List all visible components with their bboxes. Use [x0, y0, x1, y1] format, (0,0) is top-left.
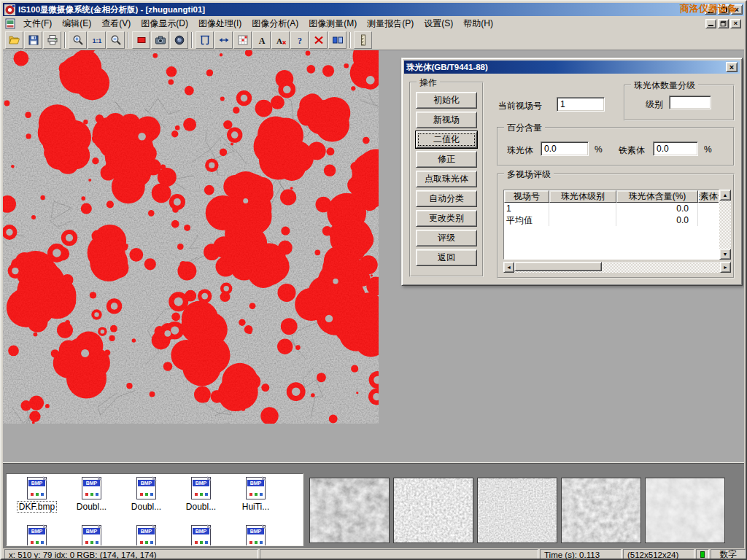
rating-table[interactable]: 视场号珠光体级别珠光体含量(%)铁素体含量(%) 10.0平均值0.0 — [503, 190, 719, 260]
measure-width-button[interactable] — [196, 31, 214, 49]
file-item-hidden-3[interactable]: BMP — [174, 522, 228, 546]
bmp-file-icon: BMP — [246, 477, 266, 499]
menu-item-7[interactable]: 测量报告(P) — [362, 16, 419, 31]
file-item-4[interactable]: BMPHuiTi... — [228, 474, 283, 512]
specimen-thumbnail-1[interactable] — [309, 478, 390, 543]
op-return-button[interactable]: 返回 — [416, 249, 477, 266]
table-header-3[interactable]: 铁素体含量(%) — [698, 190, 719, 203]
op-new-field-button[interactable]: 新视场 — [416, 112, 477, 128]
scroll-down-button[interactable]: ▼ — [719, 249, 731, 260]
menu-item-4[interactable]: 图像处理(I) — [193, 16, 247, 31]
grade-input[interactable] — [669, 96, 711, 109]
op-auto-classify-button[interactable]: 自动分类 — [416, 190, 477, 207]
delete-measure-button[interactable] — [309, 31, 328, 49]
menu-items: 文件(F)编辑(E)查看(V)图像显示(D)图像处理(I)图像分析(A)图像测量… — [18, 16, 498, 31]
menu-item-3[interactable]: 图像显示(D) — [136, 16, 193, 31]
menu-item-0[interactable]: 文件(F) — [18, 16, 57, 31]
file-dots — [85, 493, 88, 496]
file-item-hidden-2[interactable]: BMP — [119, 522, 174, 546]
file-item-0[interactable]: BMPDKF.bmp — [9, 474, 64, 512]
app-icon — [4, 4, 15, 15]
file-item-2[interactable]: BMPDoubl... — [119, 474, 174, 512]
scroll-left-button[interactable]: ◄ — [503, 262, 514, 273]
dialog-close-button[interactable]: × — [726, 62, 738, 72]
percent-group: 百分含量 珠光体 % 铁素体 % — [497, 127, 735, 166]
measure-distance-button[interactable] — [214, 31, 233, 49]
op-pick-pearlite-button[interactable]: 点取珠光体 — [416, 171, 477, 187]
menu-item-1[interactable]: 编辑(E) — [57, 16, 96, 31]
file-label: Doubl... — [130, 502, 163, 512]
pearlite-percent-input[interactable] — [541, 141, 589, 156]
op-correct-button[interactable]: 修正 — [416, 151, 477, 168]
child-minimize-button[interactable] — [705, 19, 716, 28]
document-icon[interactable] — [5, 18, 16, 29]
file-item-1[interactable]: BMPDoubl... — [64, 474, 119, 512]
current-field-input[interactable] — [557, 97, 605, 112]
op-rate-button[interactable]: 评级 — [416, 230, 477, 246]
dialog-close-icon: × — [729, 63, 734, 71]
restore-button[interactable] — [718, 4, 729, 15]
minimize-button[interactable] — [705, 4, 716, 15]
menu-item-2[interactable]: 查看(V) — [96, 16, 136, 31]
bmp-badge: BMP — [138, 480, 155, 486]
vertical-scroll-track[interactable] — [719, 201, 731, 249]
grid-measure-button[interactable] — [233, 31, 252, 49]
time-status: Time (s): 0.113 — [540, 549, 622, 560]
zoom-out-button[interactable] — [107, 31, 125, 49]
camera-capture-button[interactable] — [151, 31, 169, 49]
file-item-3[interactable]: BMPDoubl... — [174, 474, 228, 512]
child-restore-button[interactable] — [718, 19, 729, 28]
table-header-0[interactable]: 视场号 — [504, 190, 549, 203]
horizontal-scroll-track[interactable] — [514, 262, 720, 273]
select-region-button[interactable] — [132, 31, 150, 49]
menu-item-5[interactable]: 图像分析(A) — [247, 16, 303, 31]
actual-size-button[interactable]: 1:1 — [88, 31, 106, 49]
dialog-title-bar[interactable]: 珠光体(GB/T9441-88) × — [404, 61, 740, 74]
menu-item-8[interactable]: 设置(S) — [419, 16, 458, 31]
child-close-button[interactable]: × — [730, 19, 741, 28]
lens-button[interactable] — [170, 31, 188, 49]
table-header-2[interactable]: 珠光体含量(%) — [616, 190, 698, 203]
specimen-thumbnail-3[interactable] — [477, 478, 557, 543]
help-button[interactable]: ? — [290, 31, 309, 49]
table-row: 平均值0.0 — [504, 214, 719, 226]
bmp-file-icon: BMP — [191, 477, 211, 499]
menu-bar: 文件(F)编辑(E)查看(V)图像显示(D)图像处理(I)图像分析(A)图像测量… — [3, 16, 744, 31]
close-button[interactable]: × — [731, 4, 743, 15]
annotate-text-button[interactable]: A — [252, 31, 271, 49]
print-button[interactable] — [43, 31, 61, 49]
zoom-in-icon — [72, 34, 84, 46]
table-header-1[interactable]: 珠光体级别 — [549, 190, 616, 203]
op-init-button[interactable]: 初始化 — [416, 92, 477, 109]
table-vertical-scrollbar[interactable]: ▲ ▼ — [719, 190, 731, 260]
scroll-up-button[interactable]: ▲ — [719, 190, 731, 201]
file-dots — [85, 541, 88, 544]
horizontal-scroll-thumb[interactable] — [514, 262, 602, 271]
menu-item-9[interactable]: 帮助(H) — [458, 16, 498, 31]
micrograph-image[interactable] — [3, 50, 379, 424]
op-binarize-button[interactable]: 二值化 — [416, 131, 477, 148]
ruler-button[interactable] — [354, 31, 372, 49]
file-item-hidden-0[interactable]: BMP — [9, 522, 64, 546]
open-file-button[interactable] — [5, 31, 23, 49]
zoom-in-button[interactable] — [69, 31, 87, 49]
specimen-thumbnail-4[interactable] — [561, 478, 641, 543]
ferrite-percent-input[interactable] — [653, 141, 698, 156]
specimen-thumbnail-2[interactable] — [393, 478, 473, 543]
file-browser[interactable]: BMPDKF.bmpBMPDoubl...BMPDoubl...BMPDoubl… — [6, 473, 303, 546]
table-cell-0-1 — [549, 203, 616, 214]
delete-annotation-button[interactable]: A — [271, 31, 290, 49]
save-button[interactable] — [24, 31, 42, 49]
marker-button[interactable] — [328, 31, 347, 49]
op-change-class-button[interactable]: 更改类别 — [416, 210, 477, 227]
table-horizontal-scrollbar[interactable]: ◄ ► — [503, 262, 731, 273]
file-item-hidden-1[interactable]: BMP — [64, 522, 119, 546]
file-dots — [31, 541, 34, 544]
table-cell-0-3 — [698, 203, 719, 214]
scroll-right-button[interactable]: ► — [720, 262, 731, 273]
menu-item-6[interactable]: 图像测量(M) — [303, 16, 362, 31]
zoom-out-icon — [110, 34, 122, 46]
bmp-file-icon: BMP — [191, 525, 211, 546]
file-item-hidden-4[interactable]: BMP — [228, 522, 283, 546]
specimen-thumbnail-5[interactable] — [645, 478, 725, 543]
